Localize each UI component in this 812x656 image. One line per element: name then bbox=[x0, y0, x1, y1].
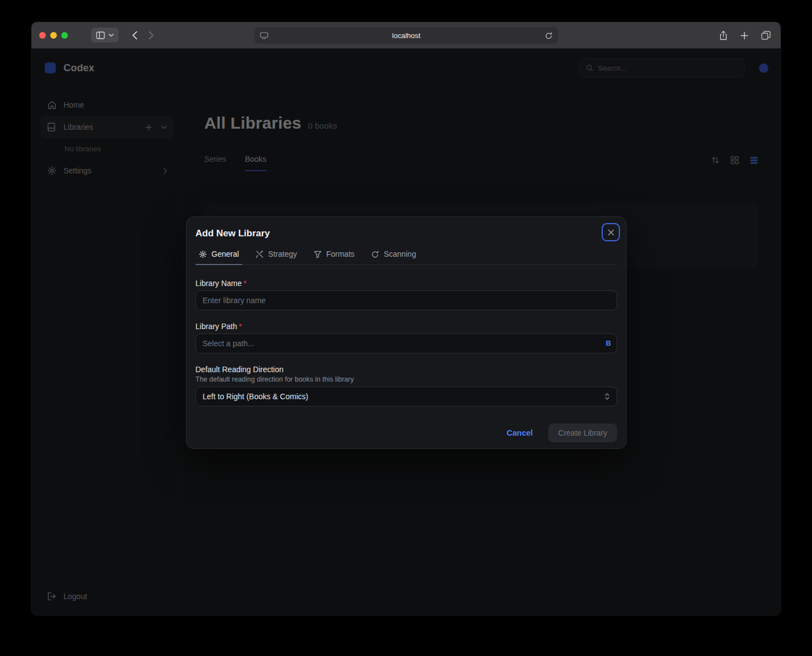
page-settings-icon[interactable] bbox=[260, 32, 268, 39]
browser-window: localhost Codex bbox=[31, 22, 781, 615]
reading-direction-value: Left to Right (Books & Comics) bbox=[203, 392, 308, 401]
create-library-button[interactable]: Create Library bbox=[548, 424, 617, 442]
toolbar-right-actions bbox=[719, 22, 771, 49]
modal-footer: Cancel Create Library bbox=[195, 424, 617, 442]
chevron-down-icon bbox=[109, 34, 114, 37]
reading-direction-select[interactable]: Left to Right (Books & Comics) bbox=[195, 387, 617, 406]
library-path-label: Library Path* bbox=[195, 322, 617, 331]
desktop-background: localhost Codex bbox=[0, 0, 812, 656]
modal-tab-formats[interactable]: Formats bbox=[314, 250, 354, 264]
sidebar-toggle-button[interactable] bbox=[91, 28, 119, 43]
minimize-window-button[interactable] bbox=[50, 32, 57, 39]
traffic-lights bbox=[39, 32, 68, 39]
browse-button[interactable]: B bbox=[606, 339, 611, 347]
library-path-input[interactable] bbox=[195, 334, 617, 353]
funnel-icon bbox=[314, 250, 322, 258]
address-bar[interactable]: localhost bbox=[254, 27, 558, 44]
url-text: localhost bbox=[268, 31, 545, 40]
reading-direction-help: The default reading direction for books … bbox=[195, 375, 617, 383]
scan-refresh-icon bbox=[371, 250, 379, 258]
library-name-input[interactable] bbox=[195, 290, 617, 310]
modal-tab-strategy[interactable]: Strategy bbox=[256, 250, 297, 264]
gear-icon bbox=[199, 250, 207, 258]
new-tab-icon[interactable] bbox=[740, 31, 749, 40]
modal-tab-bar: General Strategy Formats bbox=[195, 250, 617, 265]
strategy-icon bbox=[256, 250, 264, 258]
share-icon[interactable] bbox=[719, 30, 728, 40]
library-name-label: Library Name* bbox=[195, 279, 617, 288]
refresh-icon[interactable] bbox=[545, 31, 553, 40]
modal-tab-strategy-label: Strategy bbox=[268, 250, 297, 258]
required-asterisk: * bbox=[238, 322, 241, 331]
tab-overview-icon[interactable] bbox=[761, 31, 771, 40]
chevron-up-down-icon bbox=[604, 393, 610, 400]
close-window-button[interactable] bbox=[39, 32, 46, 39]
modal-title: Add New Library bbox=[195, 228, 617, 239]
modal-tab-scanning-label: Scanning bbox=[384, 250, 416, 258]
forward-button[interactable] bbox=[148, 31, 154, 40]
modal-tab-scanning[interactable]: Scanning bbox=[371, 250, 416, 264]
required-asterisk: * bbox=[243, 279, 246, 288]
close-icon bbox=[608, 229, 614, 236]
browser-toolbar: localhost bbox=[31, 22, 781, 49]
back-button[interactable] bbox=[132, 31, 137, 40]
modal-close-button[interactable] bbox=[602, 223, 620, 241]
zoom-window-button[interactable] bbox=[61, 32, 68, 39]
cancel-button[interactable]: Cancel bbox=[507, 428, 533, 437]
modal-tab-general-label: General bbox=[211, 250, 239, 258]
sidebar-panel-icon bbox=[96, 31, 105, 39]
add-library-modal: Add New Library General bbox=[186, 216, 627, 449]
modal-tab-general[interactable]: General bbox=[199, 250, 239, 264]
nav-buttons bbox=[132, 31, 154, 40]
modal-tab-formats-label: Formats bbox=[326, 250, 354, 258]
reading-direction-label: Default Reading Direction bbox=[195, 365, 617, 374]
app-viewport: Codex Home bbox=[31, 49, 781, 615]
